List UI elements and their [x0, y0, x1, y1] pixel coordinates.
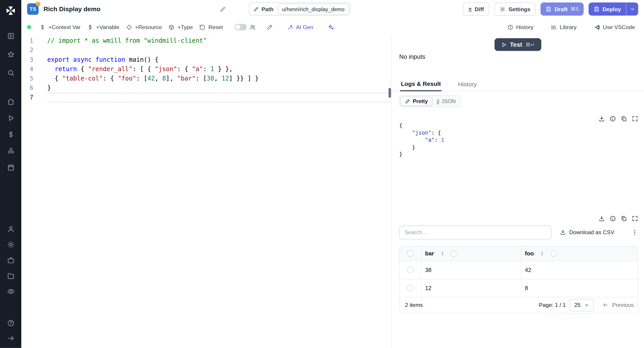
result-json: { "json": { "a": 1 }} [399, 122, 638, 158]
add-resource-button[interactable]: +Resource [122, 22, 165, 33]
arrow-right-icon[interactable] [7, 334, 14, 342]
gear-icon [500, 6, 506, 12]
foo-column-toggle[interactable] [550, 250, 556, 256]
add-variable-button[interactable]: +Variable [84, 22, 122, 33]
column-header-bar[interactable]: bar [425, 250, 434, 257]
sort-foo-icon[interactable] [540, 251, 544, 256]
line-number: 3 [22, 55, 47, 64]
code-line[interactable]: } [47, 84, 391, 93]
line-number-gutter: 1234567 [22, 36, 47, 348]
pretty-label: Pretty [413, 98, 428, 104]
copy-table-button[interactable] [620, 215, 627, 222]
column-header-foo[interactable]: foo [525, 250, 534, 257]
table-menu-button[interactable] [631, 229, 638, 236]
previous-page-button[interactable]: Previous [603, 302, 634, 308]
deploy-button-label: Deploy [602, 6, 621, 12]
add-type-button[interactable]: +Type [165, 22, 196, 33]
bar-column-toggle[interactable] [450, 250, 457, 256]
json-toggle[interactable]: {} JSON [432, 97, 460, 106]
history-button[interactable]: History [504, 22, 537, 33]
windmill-logo-icon[interactable] [0, 0, 22, 22]
code-line[interactable] [47, 46, 391, 55]
code-line[interactable]: export async function main() { [47, 55, 391, 64]
use-vscode-button[interactable]: Use VSCode [590, 22, 638, 33]
table-search-input[interactable] [399, 225, 552, 239]
code-editor[interactable]: 1234567 // import * as wmill from "windm… [22, 36, 392, 348]
sidebar-group-admin [7, 225, 14, 296]
settings-button[interactable]: Settings [494, 2, 536, 16]
expand-table-button[interactable] [632, 215, 638, 222]
search-icon[interactable] [7, 69, 14, 77]
row-checkbox[interactable] [407, 266, 414, 273]
diamond-icon [126, 24, 132, 30]
previous-label: Previous [612, 302, 634, 308]
ai-gen-label: AI Gen [296, 24, 313, 30]
tab-logs-result[interactable]: Logs & Result [400, 78, 442, 91]
code-line[interactable]: // import * as wmill from "windmill-clie… [47, 36, 391, 46]
result-info-button[interactable] [610, 116, 616, 122]
folder-icon[interactable] [7, 272, 14, 280]
edit-summary-pencil-icon[interactable] [220, 6, 226, 12]
add-context-var-button[interactable]: +Context Var [36, 22, 84, 33]
copy-result-button[interactable] [620, 116, 627, 122]
ai-gen-button[interactable]: AI Gen [284, 22, 317, 33]
draft-button-label: Draft [554, 6, 568, 12]
kanban-icon[interactable] [7, 32, 14, 40]
multiplayer-toggle[interactable] [234, 24, 247, 30]
expand-result-button[interactable] [632, 116, 638, 122]
no-inputs-label: No inputs [399, 53, 644, 60]
line-number: 5 [22, 74, 47, 84]
download-csv-button[interactable]: Download as CSV [560, 229, 614, 236]
table-info-button[interactable] [610, 215, 616, 222]
script-path[interactable]: u/henri/rich_display_demo [278, 4, 349, 14]
vscode-icon [594, 24, 600, 30]
tab-history[interactable]: History [457, 78, 478, 91]
sidebar-group-bottom [7, 319, 14, 348]
eye-icon[interactable] [7, 288, 14, 296]
row-checkbox[interactable] [407, 285, 414, 291]
gear-icon[interactable] [7, 241, 14, 248]
home-icon[interactable] [7, 98, 14, 106]
deploy-button[interactable]: Deploy [588, 2, 626, 16]
dollar-icon[interactable] [7, 130, 14, 138]
table-controls: Download as CSV [399, 225, 638, 239]
page-size-select[interactable]: 25 [570, 299, 594, 311]
code-area[interactable]: // import * as wmill from "windmill-clie… [47, 36, 391, 348]
draft-button[interactable]: Draft ⌘S [541, 2, 584, 16]
apps-icon[interactable] [7, 147, 14, 155]
users-icon[interactable] [249, 24, 256, 30]
typescript-badge: TS [27, 3, 38, 15]
path-button[interactable]: Path [249, 6, 278, 12]
diff-button[interactable]: ± Diff [463, 2, 489, 16]
reset-button[interactable]: Reset [196, 22, 226, 33]
table-row[interactable]: 12 8 [400, 279, 638, 297]
play-icon[interactable] [7, 114, 14, 122]
test-button[interactable]: Test ⌘↵ [494, 38, 542, 51]
sidebar-group-top [7, 32, 14, 77]
calendar-icon[interactable] [7, 164, 14, 171]
editor-toolbar: +Context Var +Variable +Resource +Type R… [22, 18, 644, 36]
download-result-button[interactable] [598, 116, 605, 122]
sidebar [0, 0, 22, 348]
star-icon[interactable] [7, 50, 14, 58]
format-brush-icon[interactable] [266, 24, 273, 30]
save-icon [546, 6, 552, 12]
pane-resize-handle[interactable] [389, 88, 391, 98]
preview-panel: Test ⌘↵ No inputs Logs & Result History … [391, 36, 644, 348]
deploy-dropdown-button[interactable] [626, 2, 638, 16]
sparkles-icon[interactable] [327, 24, 334, 30]
library-button[interactable]: Library [548, 22, 580, 33]
code-line[interactable] [47, 93, 391, 102]
status-dot [27, 25, 31, 29]
briefcase-icon[interactable] [7, 256, 14, 264]
pretty-toggle[interactable]: Pretty [400, 96, 432, 106]
sort-bar-icon[interactable] [440, 251, 445, 256]
help-icon[interactable] [7, 319, 14, 327]
code-line[interactable]: { "table-col": { "foo": [42, 8], "bar": … [47, 74, 391, 84]
table-row[interactable]: 38 42 [400, 261, 638, 279]
code-line[interactable]: return { "render_all": [ { "json": { "a"… [47, 64, 391, 74]
user-icon[interactable] [7, 225, 14, 233]
dollar-icon [87, 24, 94, 30]
select-all-checkbox[interactable] [407, 250, 414, 257]
download-table-button[interactable] [598, 215, 605, 222]
